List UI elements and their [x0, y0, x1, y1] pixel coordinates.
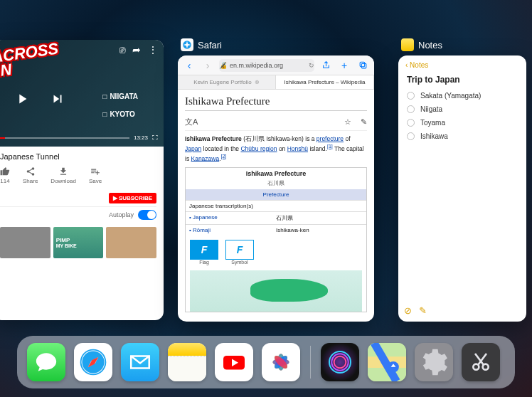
- cast-icon[interactable]: ⎚: [119, 44, 125, 55]
- suggested-video-thumb[interactable]: [106, 227, 156, 258]
- video-player[interactable]: Y ACROSS PAN ⎚ ➦ ⋮ □NIIGATA □KYOTO 13:23…: [0, 40, 164, 147]
- svg-point-17: [334, 356, 346, 369]
- dock: [17, 336, 515, 388]
- locator-map: [190, 270, 362, 312]
- flag-image: F: [190, 240, 218, 260]
- delete-icon[interactable]: ⊘: [404, 305, 412, 316]
- app-card-notes[interactable]: ‹ Notes Trip to Japan Sakata (Yamagata) …: [398, 55, 526, 322]
- video-duration: 13:23: [134, 134, 148, 141]
- dock-separator: [310, 346, 311, 379]
- dock-app-notes[interactable]: [168, 343, 206, 381]
- dock-app-youtube[interactable]: [215, 343, 253, 381]
- dock-app-siri[interactable]: [321, 343, 359, 381]
- suggested-video-thumb[interactable]: PIMPMY BIKE: [53, 227, 104, 258]
- checkbox-icon[interactable]: [407, 105, 415, 113]
- app-card-safari[interactable]: ‹ › 🔏 en.m.wikipedia.org ↻ + Kevin Eugen…: [178, 55, 374, 322]
- checkbox-icon[interactable]: [407, 92, 415, 100]
- new-tab-button[interactable]: +: [337, 58, 351, 73]
- suggested-video-thumb[interactable]: [0, 227, 50, 258]
- edit-icon[interactable]: ✎: [361, 117, 367, 126]
- checklist-item[interactable]: Sakata (Yamagata): [407, 89, 518, 102]
- checkbox-icon[interactable]: [407, 119, 415, 127]
- tabs-icon[interactable]: [356, 58, 370, 73]
- app-label-notes: Notes: [398, 38, 442, 51]
- symbol-image: F: [225, 240, 254, 260]
- like-button[interactable]: 114: [0, 166, 10, 184]
- more-icon[interactable]: ⋮: [148, 44, 158, 55]
- browser-tab-active[interactable]: Ishikawa Prefecture – Wikipedia: [276, 75, 374, 89]
- share-icon[interactable]: [319, 58, 333, 73]
- fullscreen-icon[interactable]: ⛶: [152, 134, 158, 141]
- infobox: Ishikawa Prefecture 石川県 Prefecture Japan…: [185, 167, 367, 312]
- reload-icon[interactable]: ↻: [309, 62, 314, 69]
- svg-point-15: [329, 351, 351, 373]
- new-note-icon[interactable]: ✎: [419, 305, 427, 316]
- next-icon[interactable]: [50, 91, 65, 107]
- video-title: Japanese Tunnel: [0, 152, 156, 161]
- back-button[interactable]: ‹: [182, 58, 196, 73]
- dock-app-messages[interactable]: [27, 343, 65, 381]
- video-map-labels: □NIIGATA □KYOTO: [102, 83, 138, 128]
- checklist-item[interactable]: Niigata: [407, 102, 518, 116]
- autoplay-label: Autoplay: [109, 211, 134, 218]
- play-icon[interactable]: [14, 91, 30, 107]
- dock-app-maps[interactable]: [368, 343, 406, 381]
- dock-app-photos[interactable]: [262, 343, 300, 381]
- svg-rect-2: [361, 63, 366, 68]
- dock-app-settings[interactable]: [415, 343, 453, 381]
- subscribe-button[interactable]: ▶ SUBSCRIBE: [109, 193, 156, 203]
- article-lead: Ishikawa Prefecture Ishikawa Prefecture …: [185, 135, 367, 163]
- dock-app-safari[interactable]: [74, 343, 112, 381]
- share-arrow-icon[interactable]: ➦: [132, 44, 141, 55]
- share-button[interactable]: Share: [23, 166, 38, 184]
- language-icon[interactable]: 文A: [185, 117, 198, 127]
- svg-rect-1: [360, 62, 365, 67]
- dock-app-mail[interactable]: [121, 343, 159, 381]
- note-title: Trip to Japan: [398, 75, 526, 89]
- notes-back-button[interactable]: ‹ Notes: [398, 55, 526, 75]
- app-label-safari: Safari: [178, 38, 222, 51]
- progress-bar[interactable]: [0, 137, 129, 139]
- page-content: Ishikawa Prefecture 文A ☆ ✎ Ishikawa Pref…: [178, 90, 374, 318]
- article-title: Ishikawa Prefecture: [185, 95, 367, 111]
- safari-toolbar: ‹ › 🔏 en.m.wikipedia.org ↻ +: [178, 55, 374, 75]
- star-icon[interactable]: ☆: [344, 117, 351, 126]
- app-card-youtube[interactable]: Y ACROSS PAN ⎚ ➦ ⋮ □NIIGATA □KYOTO 13:23…: [0, 40, 164, 320]
- checklist-item[interactable]: Toyama: [407, 116, 518, 129]
- forward-button: ›: [201, 58, 215, 73]
- save-button[interactable]: Save: [89, 166, 102, 184]
- reader-icon[interactable]: 🔏: [219, 62, 227, 69]
- checklist-item[interactable]: Ishikawa: [407, 129, 518, 143]
- download-button[interactable]: Download: [50, 166, 76, 184]
- address-bar[interactable]: 🔏 en.m.wikipedia.org ↻: [219, 59, 314, 72]
- autoplay-toggle[interactable]: [138, 210, 156, 220]
- checkbox-icon[interactable]: [407, 132, 415, 140]
- browser-tab[interactable]: Kevin Eugene Portfolio⊗: [178, 75, 276, 89]
- checklist: Sakata (Yamagata) Niigata Toyama Ishikaw…: [398, 89, 526, 143]
- dock-app-shortcuts[interactable]: [462, 343, 500, 381]
